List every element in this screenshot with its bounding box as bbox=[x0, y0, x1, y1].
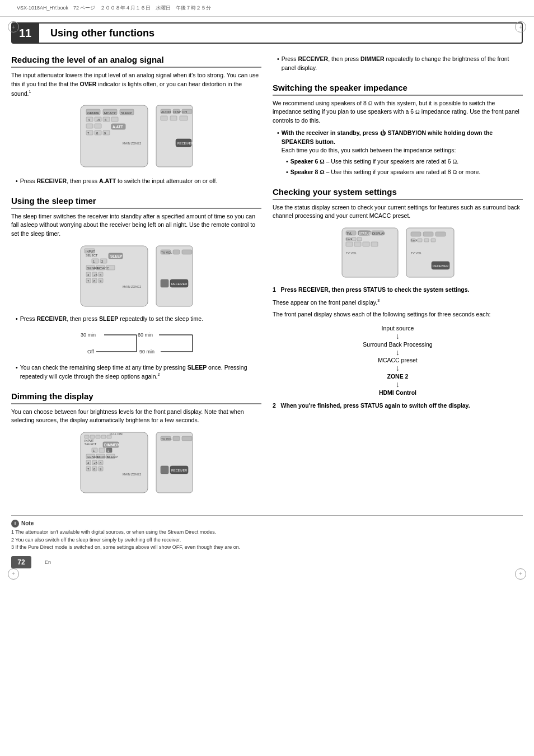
svg-text:ZONE2: ZONE2 bbox=[131, 473, 141, 476]
notes-footer: i Note 1 The attenuator isn't available … bbox=[11, 515, 523, 552]
svg-text:SLEEP: SLEEP bbox=[121, 111, 132, 115]
svg-rect-74 bbox=[161, 279, 168, 287]
svg-rect-142 bbox=[354, 242, 361, 246]
sleep-bullet: Press RECEIVER, then press SLEEP repeate… bbox=[16, 315, 261, 324]
standby-bullet: With the receiver in standby, press ⏻ ST… bbox=[277, 129, 523, 155]
flow-arrow-2: ↓ bbox=[396, 348, 400, 357]
svg-rect-89 bbox=[101, 435, 106, 438]
svg-text:SELECT: SELECT bbox=[86, 254, 98, 257]
svg-text:DIMMER: DIMMER bbox=[104, 443, 119, 447]
svg-rect-26 bbox=[156, 105, 193, 167]
svg-text:MCACC: MCACC bbox=[104, 111, 117, 115]
svg-text:+5: +5 bbox=[96, 118, 101, 122]
flow-arrow-1: ↓ bbox=[396, 332, 400, 341]
dimming-bullet: Press RECEIVER, then press DIMMER repeat… bbox=[277, 55, 523, 73]
flow-arrow-4: ↓ bbox=[396, 380, 400, 389]
svg-text:TV VOL: TV VOL bbox=[161, 437, 172, 441]
flow-arrow-3: ↓ bbox=[396, 363, 400, 373]
section-dimming: Dimming the display You can choose betwe… bbox=[11, 391, 261, 497]
svg-rect-17 bbox=[95, 124, 101, 128]
dimming-text: You can choose between four brightness l… bbox=[11, 408, 261, 426]
svg-text:STATUS: STATUS bbox=[359, 232, 371, 235]
sleep-extra-bullet: You can check the remaining sleep time a… bbox=[16, 363, 261, 381]
svg-text:Off: Off bbox=[87, 349, 94, 354]
svg-rect-144 bbox=[371, 242, 378, 246]
notes-title: i Note bbox=[11, 519, 523, 528]
speaker8-bullet: Speaker 8 Ω – Use this setting if your s… bbox=[286, 168, 523, 177]
section-analog-signal: Reducing the level of an analog signal T… bbox=[11, 55, 261, 186]
svg-rect-69 bbox=[173, 250, 180, 254]
svg-rect-35 bbox=[180, 116, 188, 120]
step1-label: 1 Press RECEIVER, then press STATUS to c… bbox=[273, 286, 523, 295]
svg-rect-128 bbox=[161, 466, 168, 474]
chapter-title: Using other functions bbox=[39, 22, 523, 44]
svg-rect-16 bbox=[86, 124, 93, 128]
svg-text:30 min: 30 min bbox=[81, 332, 96, 338]
svg-text:GENRE: GENRE bbox=[87, 111, 99, 115]
sleep-remote-image: INPUT SELECT 1 2 SLEEP GENRE MCACC bbox=[11, 243, 261, 310]
left-column: Reducing the level of an analog signal T… bbox=[11, 55, 261, 507]
dimming-title: Dimming the display bbox=[11, 391, 261, 404]
svg-rect-141 bbox=[346, 242, 353, 246]
svg-text:FULL DIM: FULL DIM bbox=[110, 432, 123, 436]
svg-text:INPUT: INPUT bbox=[86, 250, 95, 253]
analog-signal-text: The input attenuator lowers the input le… bbox=[11, 71, 261, 98]
svg-rect-147 bbox=[411, 232, 421, 236]
svg-text:TV VOL: TV VOL bbox=[161, 251, 172, 254]
note-3: 3 If the Pure Direct mode is switched on… bbox=[11, 544, 523, 552]
svg-rect-88 bbox=[96, 435, 100, 438]
svg-text:MCACC: MCACC bbox=[97, 267, 110, 270]
sleep-diagram-svg: 30 min 60 min Off 90 min bbox=[75, 328, 198, 359]
flow-input-source: Input source bbox=[382, 325, 414, 332]
remote-svg-sleep: INPUT SELECT 1 2 SLEEP GENRE MCACC bbox=[78, 243, 195, 310]
svg-text:SLEEP: SLEEP bbox=[110, 254, 123, 258]
svg-rect-86 bbox=[85, 435, 89, 438]
flow-surround: Surround Back Processing bbox=[363, 341, 432, 348]
svg-text:RECEIVER: RECEIVER bbox=[171, 282, 187, 286]
sleep-timer-title: Using the sleep timer bbox=[11, 196, 261, 209]
note-1: 1 The attenuator isn't available with di… bbox=[11, 529, 523, 536]
svg-text:TV VOL: TV VOL bbox=[411, 251, 422, 255]
svg-text:DISPLAY: DISPLAY bbox=[372, 232, 385, 235]
svg-text:MAIN: MAIN bbox=[123, 142, 130, 145]
corner-mark-bl: + bbox=[8, 568, 19, 580]
flow-chart: Input source ↓ Surround Back Processing … bbox=[273, 325, 523, 396]
svg-rect-152 bbox=[424, 239, 429, 242]
svg-text:RECEIVER: RECEIVER bbox=[177, 142, 193, 145]
sleep-diagram: 30 min 60 min Off 90 min bbox=[11, 328, 261, 359]
section-sleep-timer: Using the sleep timer The sleep timer sw… bbox=[11, 196, 261, 381]
remote-svg-analog: GENRE MCACC SLEEP 4 +5 6 A.ATT bbox=[78, 102, 195, 172]
remote-svg-system: TVL STATUS DISPLAY back bbox=[339, 225, 457, 281]
svg-rect-139 bbox=[357, 237, 362, 241]
remote-svg-dimming: FULL DIM INPUT SELECT DIMMER 1 3 GENRE bbox=[78, 430, 195, 497]
svg-rect-34 bbox=[170, 116, 177, 120]
svg-rect-143 bbox=[363, 242, 369, 246]
analog-signal-title: Reducing the level of an analog signal bbox=[11, 55, 261, 68]
svg-text:SELECT: SELECT bbox=[85, 442, 97, 446]
top-bar-text: VSX-1018AH_HY.book 72 ページ ２００８年４月１６日 水曜日… bbox=[17, 4, 211, 12]
svg-rect-124 bbox=[182, 436, 192, 441]
speaker-impedance-title: Switching the speaker impedance bbox=[273, 83, 523, 96]
svg-rect-70 bbox=[182, 250, 192, 254]
step2-label: 2 When you're finished, press STATUS aga… bbox=[273, 402, 523, 410]
system-remote-image: TVL STATUS DISPLAY back bbox=[273, 225, 523, 281]
svg-rect-151 bbox=[418, 239, 422, 242]
content-columns: Reducing the level of an analog signal T… bbox=[0, 55, 534, 507]
svg-rect-148 bbox=[423, 232, 433, 236]
svg-text:back: back bbox=[346, 237, 353, 241]
sleep-timer-text: The sleep timer switches the receiver in… bbox=[11, 212, 261, 239]
svg-text:DISP: DISP bbox=[174, 110, 181, 114]
svg-text:CH: CH bbox=[182, 110, 187, 114]
svg-text:A.ATT: A.ATT bbox=[113, 125, 123, 129]
flow-zone2: ZONE 2 bbox=[387, 373, 409, 380]
top-bar: VSX-1018AH_HY.book 72 ページ ２００８年４月１６日 水曜日… bbox=[0, 0, 534, 17]
svg-text:+5: +5 bbox=[93, 273, 98, 277]
svg-text:RECEIVER: RECEIVER bbox=[171, 469, 187, 472]
svg-rect-153 bbox=[431, 239, 435, 242]
corner-mark-tr bbox=[515, 21, 526, 32]
section-speaker-impedance: Switching the speaker impedance We recom… bbox=[273, 83, 523, 177]
svg-text:TV VOL: TV VOL bbox=[346, 251, 357, 255]
chapter-header: 11 Using other functions bbox=[11, 22, 523, 44]
svg-text:TVL: TVL bbox=[346, 232, 352, 235]
step1-extra: The front panel display shows each of th… bbox=[273, 310, 523, 319]
